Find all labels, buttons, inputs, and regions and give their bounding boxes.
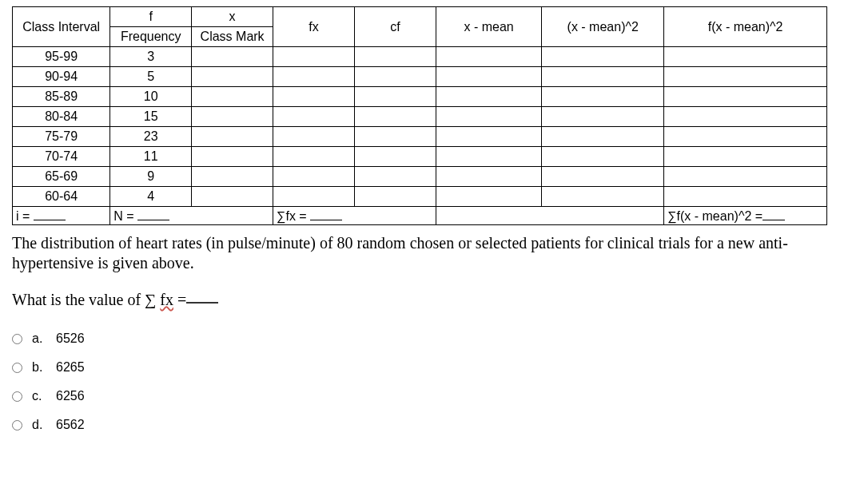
radio-b[interactable] [12,363,22,373]
table-row: 85-8910 [13,87,827,107]
col-header-x: x [192,7,273,27]
table-row: 80-8415 [13,107,827,127]
description-text: The distribution of heart rates (in puls… [12,233,843,273]
radio-d[interactable] [12,420,22,431]
col-header-fxmean2: f(x - mean)^2 [664,7,827,47]
col-header-xmean: x - mean [436,7,541,47]
summary-sumfxmean2: ∑f(x - mean)^2 = [664,207,827,225]
table-row: 65-699 [13,167,827,187]
col-header-fx: fx [273,7,355,47]
radio-a[interactable] [12,334,22,344]
summary-sumfx: ∑fx = [273,207,436,225]
col-subheader-classmark: Class Mark [192,27,273,47]
table-row: 70-7411 [13,147,827,167]
option-c[interactable]: c. 6256 [12,389,856,403]
option-a[interactable]: a. 6526 [12,331,856,346]
summary-n: N = [110,207,273,225]
summary-i: i = [13,207,110,225]
col-header-xmean2: (x - mean)^2 [542,7,664,47]
summary-row: i = N = ∑fx = ∑f(x - mean)^2 = [13,207,827,225]
table-row: 60-644 [13,187,827,207]
col-header-f: f [110,7,192,27]
col-header-cf: cf [354,7,436,47]
col-header-class-interval: Class Interval [13,7,110,47]
table-row: 75-7923 [13,127,827,147]
frequency-table: Class Interval f x fx cf x - mean (x - m… [12,6,827,225]
table-row: 90-945 [13,67,827,87]
options-group: a. 6526 b. 6265 c. 6256 d. 6562 [12,331,856,432]
radio-c[interactable] [12,391,22,402]
col-subheader-frequency: Frequency [110,27,192,47]
question-text: What is the value of ∑ fx = [12,291,856,309]
table-row: 95-993 [13,47,827,67]
option-d[interactable]: d. 6562 [12,418,856,432]
option-b[interactable]: b. 6265 [12,360,856,375]
